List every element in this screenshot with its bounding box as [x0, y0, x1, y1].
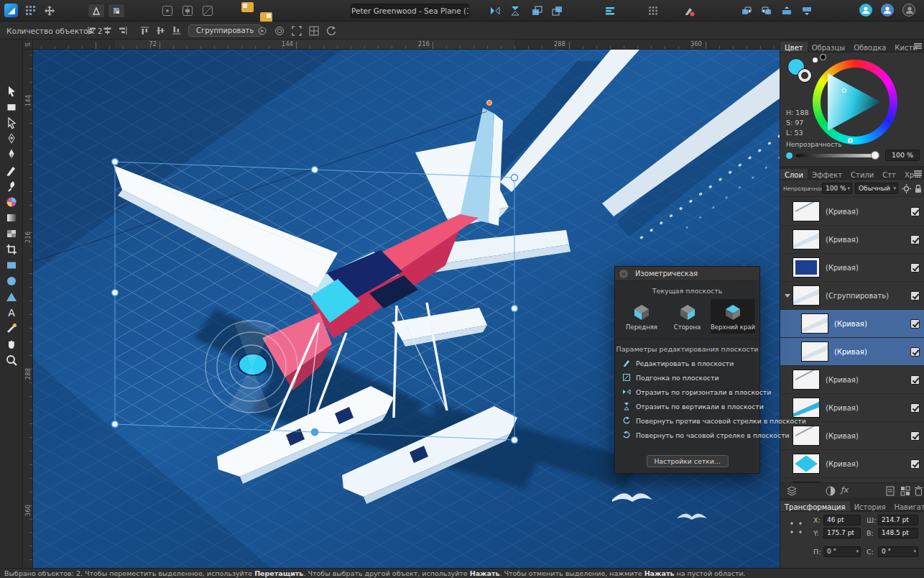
layer-row[interactable]: (Кривая)	[780, 198, 924, 226]
gear-icon[interactable]	[901, 183, 912, 194]
panel-menu-icon[interactable]	[914, 43, 922, 49]
rectangle-tool[interactable]	[4, 258, 19, 272]
layer-visibility-checkbox[interactable]	[910, 347, 920, 357]
menu-item-flip-horizontal-in-plane[interactable]: Отразить по горизонтали в плоскости	[615, 385, 759, 399]
triangle-tool[interactable]	[4, 290, 19, 304]
disclosure-triangle[interactable]	[785, 293, 790, 298]
pen-tool[interactable]	[4, 147, 19, 162]
align-middle-icon[interactable]	[154, 24, 167, 37]
menu-item-rotate-ccw-in-plane[interactable]: Повернуть против часовой стрелки в плоск…	[615, 413, 759, 428]
pencil-tool[interactable]	[4, 163, 19, 178]
plane-side-button[interactable]: Сторона	[665, 299, 710, 334]
x-field[interactable]: 46 pt	[823, 515, 861, 526]
move-tool-icon[interactable]	[42, 4, 57, 18]
snap-option-icon-3[interactable]	[200, 4, 216, 18]
new-layer-icon[interactable]	[885, 485, 895, 497]
tab-swatches[interactable]: Образцы	[808, 42, 850, 52]
move-forward-icon[interactable]	[529, 4, 545, 18]
layer-visibility-checkbox[interactable]	[910, 403, 920, 413]
layer-row-selected[interactable]: (Кривая)	[780, 338, 924, 366]
rotate-selection-icon[interactable]	[325, 24, 338, 37]
plane-top-button[interactable]: Верхний край	[711, 299, 755, 334]
layers-stack-icon[interactable]	[786, 485, 798, 497]
vector-brush-tool[interactable]	[4, 321, 19, 336]
select-bounds-icon[interactable]	[290, 24, 303, 37]
new-group-icon[interactable]	[900, 485, 911, 497]
layer-row[interactable]: (Кривая)	[780, 422, 924, 450]
cycle-selection-icon[interactable]	[273, 24, 286, 37]
menu-item-rotate-cw-in-plane[interactable]: Повернуть по часовой стрелке в плоскости	[615, 428, 759, 442]
hand-tool[interactable]	[4, 337, 19, 352]
show-grid-icon[interactable]	[308, 24, 320, 37]
artboard-tool[interactable]	[4, 100, 19, 114]
alignment-icon[interactable]	[602, 4, 618, 18]
layer-visibility-checkbox[interactable]	[910, 459, 920, 469]
rotation-field[interactable]: 0 °	[823, 546, 861, 557]
color-wheel-tool[interactable]	[4, 195, 19, 209]
insert-behind-icon[interactable]	[241, 2, 254, 12]
duplicate-icon-1[interactable]	[739, 4, 754, 18]
designer-persona-icon[interactable]	[88, 4, 105, 18]
crop-tool[interactable]	[4, 242, 19, 257]
ellipse-tool[interactable]	[4, 274, 19, 288]
opacity-value[interactable]: 100 %	[885, 150, 920, 161]
align-left-icon[interactable]	[85, 24, 98, 37]
target-icon[interactable]	[256, 24, 269, 37]
layer-row-selected[interactable]: (Кривая)	[780, 310, 924, 338]
layer-visibility-checkbox[interactable]	[910, 263, 920, 272]
panel-menu-icon[interactable]	[914, 170, 922, 176]
align-bottom-icon[interactable]	[170, 24, 183, 37]
share-avatar-icon[interactable]	[881, 4, 894, 17]
layer-row[interactable]: (Кривая)	[780, 366, 924, 394]
triangle-marker[interactable]	[842, 88, 846, 93]
layer-row[interactable]: (Кривая)	[780, 450, 924, 478]
lock-icon[interactable]	[913, 183, 923, 194]
black-swatch-dot[interactable]	[820, 54, 826, 60]
ruler-horizontal[interactable]: 72 144 216 288 360	[33, 40, 780, 50]
grid-dots-icon-2[interactable]	[645, 4, 661, 18]
color-picker-icon[interactable]	[681, 4, 697, 18]
brush-tool[interactable]	[4, 179, 19, 193]
opacity-slider[interactable]	[796, 154, 877, 157]
layer-visibility-checkbox[interactable]	[910, 319, 920, 329]
snap-option-icon-2[interactable]	[180, 4, 195, 18]
tab-4[interactable]: Стт	[878, 169, 900, 180]
duplicate-icon-3[interactable]	[779, 4, 795, 18]
mask-icon[interactable]	[825, 485, 836, 497]
move-backward-icon[interactable]	[549, 4, 565, 18]
width-field[interactable]: 214.7 pt	[878, 515, 918, 526]
tab-effects[interactable]: Эффект	[808, 169, 846, 180]
layer-row[interactable]: (Кривая)	[780, 226, 924, 254]
layer-row-group[interactable]: (Сгруппировать)	[780, 282, 924, 310]
anchor-point-selector[interactable]	[786, 518, 808, 539]
tab-styles[interactable]: Стили	[846, 169, 878, 180]
menu-item-fit-to-plane[interactable]: Подгонка по плоскости	[615, 370, 759, 385]
layer-visibility-checkbox[interactable]	[910, 431, 920, 441]
tail-node-handle[interactable]	[487, 101, 492, 106]
snap-option-icon-1[interactable]	[160, 4, 175, 18]
tab-transform[interactable]: Трансформация	[780, 501, 850, 512]
height-field[interactable]: 148.5 pt	[878, 528, 918, 538]
grid-dots-icon[interactable]	[23, 4, 39, 18]
insert-in-front-icon[interactable]	[260, 12, 272, 22]
y-field[interactable]: 175.7 pt	[823, 528, 861, 538]
tab-color[interactable]: Цвет	[780, 42, 808, 52]
align-top-icon[interactable]	[138, 24, 151, 37]
tab-history[interactable]: История	[850, 501, 890, 512]
help-avatar-icon[interactable]	[902, 4, 915, 17]
tab-navigator[interactable]: Навигатор	[890, 501, 924, 512]
layer-row[interactable]: (Кривая)	[780, 254, 924, 282]
blend-mode-dropdown[interactable]: Обычный	[855, 183, 898, 194]
ruler-vertical[interactable]: 144 216 288 360	[23, 50, 33, 568]
select-tool[interactable]	[4, 84, 19, 98]
menu-item-flip-vertical-in-plane[interactable]: Отразить по вертикали в плоскости	[615, 399, 759, 413]
gradient-tool[interactable]	[4, 211, 19, 225]
app-logo-icon[interactable]	[4, 4, 18, 17]
shear-field[interactable]: 0 °	[878, 546, 918, 557]
transparency-tool[interactable]	[4, 226, 19, 241]
isometric-panel-titlebar[interactable]: × Изометрическая	[615, 267, 759, 281]
align-right-icon[interactable]	[116, 24, 129, 37]
hue-marker[interactable]	[848, 138, 853, 143]
layer-visibility-checkbox[interactable]	[910, 235, 920, 244]
menu-item-edit-in-plane[interactable]: Редактировать в плоскости	[615, 356, 759, 370]
